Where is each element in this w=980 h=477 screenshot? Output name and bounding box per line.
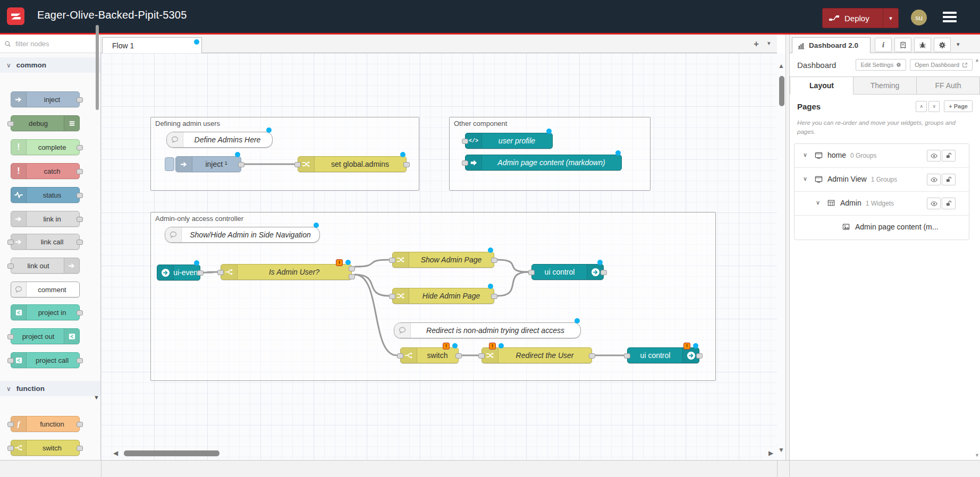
input-port[interactable] [294, 162, 301, 167]
output-port[interactable] [197, 270, 204, 276]
lock-button[interactable] [942, 174, 956, 185]
palette-node-inject[interactable]: inject [11, 91, 80, 107]
input-port[interactable] [528, 270, 535, 275]
deploy-options-caret[interactable]: ▾ [883, 9, 898, 27]
output-port[interactable] [77, 169, 83, 174]
palette-node-complete[interactable]: complete! [11, 139, 80, 155]
tree-row-home[interactable]: ∨home0 Groups [795, 144, 969, 168]
input-port[interactable] [7, 263, 14, 269]
tree-row-admin[interactable]: ∨Admin1 Widgets [795, 192, 969, 216]
palette-node-link-in[interactable]: link in [11, 211, 80, 227]
visibility-button[interactable] [927, 198, 941, 209]
lock-button[interactable] [942, 150, 956, 161]
input-port[interactable] [7, 334, 14, 339]
hscroll-right-icon[interactable]: ▶ [768, 450, 773, 456]
input-port[interactable] [7, 358, 14, 363]
palette-scroll-down-icon[interactable]: ▼ [94, 394, 99, 401]
flow-node-admin-page-content[interactable]: Admin page content (markdown) [465, 155, 622, 171]
output-port[interactable] [77, 240, 83, 245]
palette-scrollbar[interactable] [96, 25, 99, 110]
deploy-button[interactable]: Deploy ▾ [822, 8, 899, 28]
flow-node-redirect-the-user[interactable]: Redirect the User [481, 347, 592, 363]
flow-node-redirect-comment[interactable]: Redirect is non-admin trying direct acce… [394, 322, 581, 338]
output-port[interactable] [77, 358, 83, 363]
palette-node-debug[interactable]: debug [11, 115, 80, 131]
visibility-button[interactable] [927, 150, 941, 161]
output-port[interactable] [77, 310, 83, 316]
input-port[interactable] [478, 353, 485, 359]
input-port[interactable] [462, 160, 468, 166]
output-port[interactable] [77, 446, 83, 451]
output-port[interactable] [77, 97, 83, 103]
tab-theming[interactable]: Theming [854, 76, 917, 94]
tab-ff-auth[interactable]: FF Auth [917, 76, 980, 94]
palette-node-project-in[interactable]: project in [11, 304, 80, 320]
tab-flow-1[interactable]: Flow 1 [102, 37, 202, 53]
palette-node-status[interactable]: status [11, 187, 80, 203]
chevron-down-icon[interactable]: ∨ [803, 151, 807, 158]
flow-group-defining-admin-users[interactable]: Defining admin users [150, 117, 419, 191]
output-port[interactable] [403, 162, 410, 167]
flow-node-define-admins-here[interactable]: Define Admins Here [166, 132, 273, 148]
output-port[interactable] [589, 353, 595, 359]
input-port[interactable] [7, 121, 14, 126]
vscroll-down-icon[interactable]: ▼ [778, 447, 784, 453]
palette-node-project-out[interactable]: project out [11, 328, 80, 344]
chevron-down-icon[interactable]: ∨ [803, 175, 807, 182]
expand-all-button[interactable]: ∨ [928, 101, 940, 112]
palette-node-catch[interactable]: catch! [11, 163, 80, 179]
output-port[interactable] [77, 422, 83, 427]
output-port[interactable] [696, 353, 703, 359]
lock-button[interactable] [942, 198, 956, 209]
flow-node-hide-admin-page[interactable]: Hide Admin Page [392, 288, 494, 304]
hscroll-left-icon[interactable]: ◀ [113, 450, 118, 456]
vscroll-up-icon[interactable]: ▲ [778, 63, 784, 69]
flow-node-inject-1[interactable]: inject ¹ [175, 156, 241, 172]
output-port[interactable] [491, 258, 497, 263]
filter-nodes-input[interactable] [14, 39, 96, 48]
input-port[interactable] [217, 270, 224, 275]
sidebar-tabs-caret[interactable]: ▾ [957, 41, 960, 48]
chevron-down-icon[interactable]: ∨ [816, 199, 820, 206]
flow-node-show-admin-page[interactable]: Show Admin Page [392, 252, 494, 268]
input-port[interactable] [7, 240, 14, 245]
tree-row-admin-view[interactable]: ∨Admin View1 Groups [795, 168, 969, 192]
output-port[interactable] [238, 162, 244, 167]
flow-node-ui-control-2[interactable]: ui control [627, 347, 699, 363]
palette-node-link-out[interactable]: link out [11, 258, 80, 274]
edit-settings-button[interactable]: Edit Settings [856, 59, 906, 71]
inject-button[interactable] [165, 157, 174, 171]
output-port-1[interactable] [349, 266, 355, 271]
user-avatar[interactable]: su [911, 10, 927, 25]
hscroll-thumb[interactable] [124, 450, 219, 456]
flow-node-ui-event[interactable]: ui-event [157, 265, 200, 280]
palette-node-comment[interactable]: comment [11, 282, 80, 297]
vscroll-thumb[interactable] [779, 76, 784, 106]
flow-node-switch-1[interactable]: switch [400, 347, 459, 363]
flow-node-user-profile[interactable]: user profile</> [465, 133, 553, 149]
collapse-all-button[interactable]: ∧ [916, 101, 927, 112]
tab-dashboard-2[interactable]: Dashboard 2.0 [792, 37, 871, 53]
tree-row-admin-page-content-m-[interactable]: Admin page content (m... [795, 216, 969, 240]
output-port[interactable] [601, 270, 607, 275]
palette-node-project-call[interactable]: project call [11, 352, 80, 368]
palette-category-common[interactable]: ∨common [0, 57, 100, 73]
output-port[interactable] [455, 353, 462, 359]
main-menu-button[interactable] [943, 12, 957, 22]
info-tab-button[interactable]: i [875, 38, 892, 52]
flow-node-show-hide-comment[interactable]: Show/Hide Admin in Side Navigation [165, 227, 320, 243]
output-port[interactable] [77, 217, 83, 222]
sidebar-splitter[interactable] [785, 35, 790, 477]
add-flow-button[interactable]: + [750, 39, 762, 50]
flow-node-set-global-admins[interactable]: set global.admins [298, 156, 407, 172]
palette-category-function[interactable]: ∨function [0, 381, 100, 396]
output-port[interactable] [77, 193, 83, 198]
sidebar-scroll-up-icon[interactable]: ▲ [975, 57, 979, 63]
input-port[interactable] [389, 294, 395, 299]
palette-node-function[interactable]: functionf [11, 416, 80, 432]
sidebar-scroll-down-icon[interactable]: ▼ [975, 453, 979, 458]
input-port[interactable] [462, 139, 468, 144]
output-port[interactable] [77, 145, 83, 150]
flow-node-is-admin-user[interactable]: Is Admin User? [221, 264, 352, 280]
palette-node-link-call[interactable]: link call [11, 234, 80, 250]
